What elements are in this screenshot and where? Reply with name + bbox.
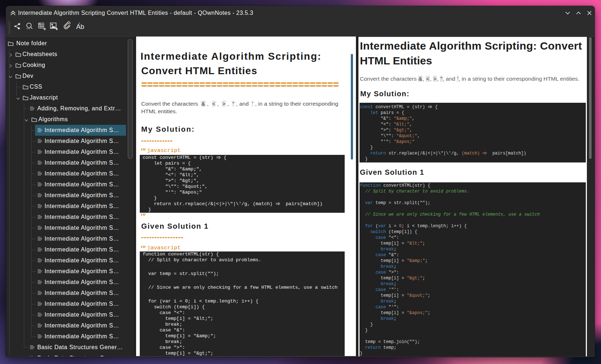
svg-text:Ab: Ab: [76, 23, 84, 30]
